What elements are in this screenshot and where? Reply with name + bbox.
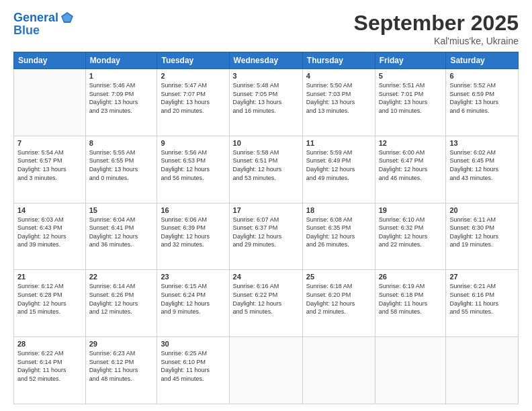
col-monday: Monday xyxy=(85,52,157,69)
cell-info: Sunrise: 6:15 AM Sunset: 6:24 PM Dayligh… xyxy=(161,282,225,316)
day-number: 6 xyxy=(449,72,515,80)
col-saturday: Saturday xyxy=(446,52,519,69)
cell-info: Sunrise: 6:03 AM Sunset: 6:43 PM Dayligh… xyxy=(17,216,82,249)
day-number: 16 xyxy=(161,206,225,214)
calendar-header-row: Sunday Monday Tuesday Wednesday Thursday… xyxy=(14,52,519,69)
logo-blue-text: Blue xyxy=(13,24,40,38)
table-row: 16Sunrise: 6:06 AM Sunset: 6:39 PM Dayli… xyxy=(157,203,229,270)
calendar-table: Sunday Monday Tuesday Wednesday Thursday… xyxy=(13,52,519,404)
table-row xyxy=(375,337,446,404)
table-row: 26Sunrise: 6:19 AM Sunset: 6:18 PM Dayli… xyxy=(375,270,446,337)
day-number: 2 xyxy=(161,72,225,80)
day-number: 8 xyxy=(89,139,154,147)
day-number: 14 xyxy=(17,206,82,214)
table-row xyxy=(302,337,375,404)
cell-info: Sunrise: 5:54 AM Sunset: 6:57 PM Dayligh… xyxy=(17,148,82,182)
day-number: 7 xyxy=(17,139,82,147)
table-row: 22Sunrise: 6:14 AM Sunset: 6:26 PM Dayli… xyxy=(85,270,157,337)
cell-info: Sunrise: 6:18 AM Sunset: 6:20 PM Dayligh… xyxy=(306,282,371,316)
cell-info: Sunrise: 5:48 AM Sunset: 7:05 PM Dayligh… xyxy=(233,81,299,115)
table-row: 25Sunrise: 6:18 AM Sunset: 6:20 PM Dayli… xyxy=(302,270,375,337)
table-row: 28Sunrise: 6:22 AM Sunset: 6:14 PM Dayli… xyxy=(14,337,86,404)
table-row: 30Sunrise: 6:25 AM Sunset: 6:10 PM Dayli… xyxy=(157,337,229,404)
cell-info: Sunrise: 5:52 AM Sunset: 6:59 PM Dayligh… xyxy=(449,81,515,115)
calendar-week-row: 21Sunrise: 6:12 AM Sunset: 6:28 PM Dayli… xyxy=(14,270,519,337)
table-row: 17Sunrise: 6:07 AM Sunset: 6:37 PM Dayli… xyxy=(229,203,302,270)
cell-info: Sunrise: 6:14 AM Sunset: 6:26 PM Dayligh… xyxy=(89,282,154,316)
table-row: 12Sunrise: 6:00 AM Sunset: 6:47 PM Dayli… xyxy=(375,136,446,203)
day-number: 19 xyxy=(379,206,443,214)
cell-info: Sunrise: 6:07 AM Sunset: 6:37 PM Dayligh… xyxy=(233,216,299,249)
calendar-week-row: 28Sunrise: 6:22 AM Sunset: 6:14 PM Dayli… xyxy=(14,337,519,404)
cell-info: Sunrise: 6:25 AM Sunset: 6:10 PM Dayligh… xyxy=(161,349,225,383)
table-row xyxy=(446,337,519,404)
day-number: 9 xyxy=(161,139,225,147)
table-row: 19Sunrise: 6:10 AM Sunset: 6:32 PM Dayli… xyxy=(375,203,446,270)
logo: General Blue xyxy=(13,11,75,38)
logo-text: General xyxy=(13,11,58,25)
cell-info: Sunrise: 6:21 AM Sunset: 6:16 PM Dayligh… xyxy=(449,282,515,316)
cell-info: Sunrise: 6:08 AM Sunset: 6:35 PM Dayligh… xyxy=(306,216,371,249)
table-row: 24Sunrise: 6:16 AM Sunset: 6:22 PM Dayli… xyxy=(229,270,302,337)
cell-info: Sunrise: 5:50 AM Sunset: 7:03 PM Dayligh… xyxy=(306,81,371,115)
day-number: 5 xyxy=(379,72,443,80)
calendar-week-row: 1Sunrise: 5:46 AM Sunset: 7:09 PM Daylig… xyxy=(14,69,519,136)
day-number: 22 xyxy=(89,273,154,281)
cell-info: Sunrise: 6:00 AM Sunset: 6:47 PM Dayligh… xyxy=(379,148,443,182)
cell-info: Sunrise: 5:59 AM Sunset: 6:49 PM Dayligh… xyxy=(306,148,371,182)
cell-info: Sunrise: 6:02 AM Sunset: 6:45 PM Dayligh… xyxy=(449,148,515,182)
logo-flag-icon xyxy=(60,11,75,26)
table-row: 1Sunrise: 5:46 AM Sunset: 7:09 PM Daylig… xyxy=(85,69,157,136)
day-number: 17 xyxy=(233,206,299,214)
cell-info: Sunrise: 5:47 AM Sunset: 7:07 PM Dayligh… xyxy=(161,81,225,115)
day-number: 20 xyxy=(449,206,515,214)
col-wednesday: Wednesday xyxy=(229,52,302,69)
cell-info: Sunrise: 5:56 AM Sunset: 6:53 PM Dayligh… xyxy=(161,148,225,182)
table-row: 6Sunrise: 5:52 AM Sunset: 6:59 PM Daylig… xyxy=(446,69,519,136)
day-number: 26 xyxy=(379,273,443,281)
cell-info: Sunrise: 6:11 AM Sunset: 6:30 PM Dayligh… xyxy=(449,216,515,249)
table-row: 14Sunrise: 6:03 AM Sunset: 6:43 PM Dayli… xyxy=(14,203,86,270)
table-row: 4Sunrise: 5:50 AM Sunset: 7:03 PM Daylig… xyxy=(302,69,375,136)
day-number: 30 xyxy=(161,340,225,348)
cell-info: Sunrise: 5:51 AM Sunset: 7:01 PM Dayligh… xyxy=(379,81,443,115)
day-number: 1 xyxy=(89,72,154,80)
table-row: 27Sunrise: 6:21 AM Sunset: 6:16 PM Dayli… xyxy=(446,270,519,337)
day-number: 4 xyxy=(306,72,371,80)
table-row: 8Sunrise: 5:55 AM Sunset: 6:55 PM Daylig… xyxy=(85,136,157,203)
day-number: 15 xyxy=(89,206,154,214)
day-number: 3 xyxy=(233,72,299,80)
page: General Blue September 2025 Kal'mius'ke,… xyxy=(0,0,532,411)
month-title: September 2025 xyxy=(354,11,519,36)
table-row: 10Sunrise: 5:58 AM Sunset: 6:51 PM Dayli… xyxy=(229,136,302,203)
cell-info: Sunrise: 6:06 AM Sunset: 6:39 PM Dayligh… xyxy=(161,216,225,249)
day-number: 12 xyxy=(379,139,443,147)
col-friday: Friday xyxy=(375,52,446,69)
cell-info: Sunrise: 6:22 AM Sunset: 6:14 PM Dayligh… xyxy=(17,349,82,383)
table-row: 18Sunrise: 6:08 AM Sunset: 6:35 PM Dayli… xyxy=(302,203,375,270)
table-row: 9Sunrise: 5:56 AM Sunset: 6:53 PM Daylig… xyxy=(157,136,229,203)
cell-info: Sunrise: 6:12 AM Sunset: 6:28 PM Dayligh… xyxy=(17,282,82,316)
table-row: 3Sunrise: 5:48 AM Sunset: 7:05 PM Daylig… xyxy=(229,69,302,136)
table-row: 11Sunrise: 5:59 AM Sunset: 6:49 PM Dayli… xyxy=(302,136,375,203)
day-number: 23 xyxy=(161,273,225,281)
day-number: 18 xyxy=(306,206,371,214)
title-section: September 2025 Kal'mius'ke, Ukraine xyxy=(354,11,519,46)
day-number: 29 xyxy=(89,340,154,348)
day-number: 25 xyxy=(306,273,371,281)
table-row: 7Sunrise: 5:54 AM Sunset: 6:57 PM Daylig… xyxy=(14,136,86,203)
table-row: 15Sunrise: 6:04 AM Sunset: 6:41 PM Dayli… xyxy=(85,203,157,270)
table-row: 2Sunrise: 5:47 AM Sunset: 7:07 PM Daylig… xyxy=(157,69,229,136)
table-row: 13Sunrise: 6:02 AM Sunset: 6:45 PM Dayli… xyxy=(446,136,519,203)
cell-info: Sunrise: 6:19 AM Sunset: 6:18 PM Dayligh… xyxy=(379,282,443,316)
col-thursday: Thursday xyxy=(302,52,375,69)
table-row xyxy=(14,69,86,136)
cell-info: Sunrise: 6:23 AM Sunset: 6:12 PM Dayligh… xyxy=(89,349,154,383)
cell-info: Sunrise: 5:46 AM Sunset: 7:09 PM Dayligh… xyxy=(89,81,154,115)
cell-info: Sunrise: 5:55 AM Sunset: 6:55 PM Dayligh… xyxy=(89,148,154,182)
header: General Blue September 2025 Kal'mius'ke,… xyxy=(13,11,519,46)
day-number: 24 xyxy=(233,273,299,281)
day-number: 11 xyxy=(306,139,371,147)
table-row: 29Sunrise: 6:23 AM Sunset: 6:12 PM Dayli… xyxy=(85,337,157,404)
day-number: 28 xyxy=(17,340,82,348)
